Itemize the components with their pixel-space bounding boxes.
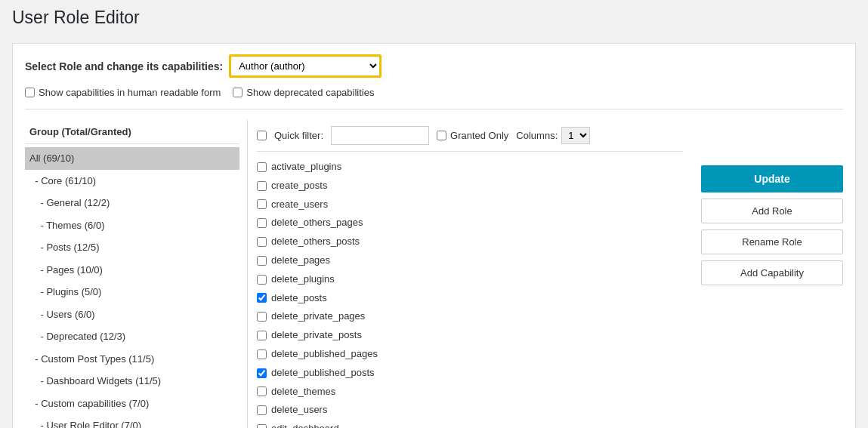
deprecated-label: Show deprecated capabilities: [246, 87, 374, 98]
filter-row: Quick filter: Granted Only Columns: 1 2 …: [257, 120, 683, 152]
human-readable-checkbox[interactable]: [25, 88, 35, 97]
cap-checkbox-delete-pages[interactable]: [257, 256, 267, 266]
columns-select[interactable]: 1 2 3 4: [561, 127, 590, 144]
granted-only-text: Granted Only: [450, 130, 508, 141]
list-item: delete_pages: [257, 251, 683, 270]
human-readable-checkbox-label[interactable]: Show capabilities in human readable form: [25, 87, 221, 98]
role-select-label: Select Role and change its capabilities:: [25, 60, 223, 72]
deprecated-checkbox-label[interactable]: Show deprecated capabilities: [233, 87, 374, 98]
cap-label: delete_published_posts: [271, 365, 375, 381]
sidebar: Group (Total/Granted) All (69/10) - Core…: [25, 120, 248, 428]
cap-checkbox-delete-others-posts[interactable]: [257, 237, 267, 247]
checkboxes-row: Show capabilities in human readable form…: [25, 87, 843, 109]
cap-checkbox-delete-posts[interactable]: [257, 293, 267, 303]
granted-only-label[interactable]: Granted Only: [437, 130, 508, 141]
cap-label: delete_published_pages: [271, 346, 378, 362]
list-item: delete_others_pages: [257, 214, 683, 232]
main-container: Select Role and change its capabilities:…: [12, 43, 856, 428]
list-item: delete_posts: [257, 289, 683, 308]
update-button[interactable]: Update: [701, 165, 843, 192]
cap-label: create_users: [271, 197, 328, 213]
cap-checkbox-delete-private-pages[interactable]: [257, 312, 267, 322]
list-item: edit_dashboard: [257, 420, 683, 428]
cap-checkbox-create-posts[interactable]: [257, 181, 267, 191]
sidebar-item-all[interactable]: All (69/10): [25, 147, 239, 170]
sidebar-item-plugins[interactable]: - Plugins (5/0): [25, 281, 239, 303]
cap-checkbox-activate-plugins[interactable]: [257, 162, 267, 172]
cap-checkbox-delete-plugins[interactable]: [257, 275, 267, 285]
columns-text: Columns:: [516, 130, 558, 141]
content-area: Group (Total/Granted) All (69/10) - Core…: [25, 120, 843, 428]
list-item: delete_themes: [257, 383, 683, 402]
page-wrapper: User Role Editor Select Role and change …: [0, 0, 868, 428]
list-item: create_users: [257, 196, 683, 214]
cap-checkbox-edit-dashboard[interactable]: [257, 424, 267, 428]
list-item: delete_published_posts: [257, 364, 683, 383]
cap-checkbox-create-users[interactable]: [257, 199, 267, 209]
list-item: delete_plugins: [257, 270, 683, 289]
list-item: create_posts: [257, 177, 683, 196]
cap-label: create_posts: [271, 178, 327, 194]
capabilities-panel: Quick filter: Granted Only Columns: 1 2 …: [248, 120, 692, 428]
sidebar-item-custom-post-types[interactable]: - Custom Post Types (11/5): [25, 348, 239, 371]
cap-label: delete_plugins: [271, 272, 335, 288]
add-capability-button[interactable]: Add Capability: [701, 260, 843, 285]
list-item: delete_private_pages: [257, 307, 683, 326]
sidebar-item-user-role-editor[interactable]: - User Role Editor (7/0): [25, 414, 239, 428]
cap-checkbox-delete-others-pages[interactable]: [257, 218, 267, 228]
add-role-button[interactable]: Add Role: [701, 199, 843, 223]
cap-label: delete_others_posts: [271, 234, 360, 250]
sidebar-item-posts[interactable]: - Posts (12/5): [25, 236, 239, 259]
cap-label: edit_dashboard: [271, 421, 339, 428]
quick-filter-label: Quick filter:: [274, 130, 323, 141]
cap-label: delete_private_posts: [271, 328, 362, 343]
list-item: delete_users: [257, 401, 683, 420]
page-title: User Role Editor: [12, 8, 856, 34]
quick-filter-input[interactable]: [331, 126, 429, 145]
sidebar-item-core[interactable]: - Core (61/10): [25, 170, 239, 192]
cap-label: delete_posts: [271, 291, 327, 306]
human-readable-label: Show capabilities in human readable form: [39, 87, 221, 98]
role-select-row: Select Role and change its capabilities:…: [25, 54, 843, 78]
cap-checkbox-delete-themes[interactable]: [257, 386, 267, 396]
cap-checkbox-delete-published-posts[interactable]: [257, 368, 267, 378]
role-select-wrapper: Administrator (administrator) Author (au…: [229, 54, 381, 78]
cap-label: delete_users: [271, 402, 327, 418]
cap-checkbox-delete-users[interactable]: [257, 405, 267, 415]
cap-label: delete_others_pages: [271, 215, 363, 231]
granted-only-checkbox[interactable]: [437, 131, 446, 140]
list-item: activate_plugins: [257, 158, 683, 177]
list-item: delete_private_posts: [257, 326, 683, 345]
sidebar-item-dashboard-widgets[interactable]: - Dashboard Widgets (11/5): [25, 370, 239, 393]
sidebar-header: Group (Total/Granted): [25, 120, 239, 144]
cap-label: delete_private_pages: [271, 309, 365, 325]
sidebar-item-pages[interactable]: - Pages (10/0): [25, 259, 239, 282]
role-select[interactable]: Administrator (administrator) Author (au…: [231, 57, 379, 75]
sidebar-item-themes[interactable]: - Themes (6/0): [25, 214, 239, 237]
sidebar-item-users[interactable]: - Users (6/0): [25, 303, 239, 326]
sidebar-item-custom-capabilities[interactable]: - Custom capabilities (7/0): [25, 393, 239, 415]
sidebar-item-deprecated[interactable]: - Deprecated (12/3): [25, 325, 239, 348]
list-item: delete_others_posts: [257, 232, 683, 251]
sidebar-item-general[interactable]: - General (12/2): [25, 192, 239, 214]
cap-label: activate_plugins: [271, 159, 341, 175]
deprecated-checkbox[interactable]: [233, 88, 242, 97]
cap-label: delete_pages: [271, 253, 330, 269]
cap-checkbox-delete-private-posts[interactable]: [257, 331, 267, 340]
list-item: delete_published_pages: [257, 345, 683, 364]
cap-label: delete_themes: [271, 384, 335, 400]
action-panel: Update Add Role Rename Role Add Capabili…: [692, 120, 843, 428]
columns-label: Columns: 1 2 3 4: [516, 127, 590, 144]
cap-checkbox-delete-published-pages[interactable]: [257, 349, 267, 359]
cap-list: activate_plugins create_posts create_use…: [257, 158, 683, 428]
select-all-checkbox[interactable]: [257, 131, 267, 140]
rename-role-button[interactable]: Rename Role: [701, 229, 843, 254]
